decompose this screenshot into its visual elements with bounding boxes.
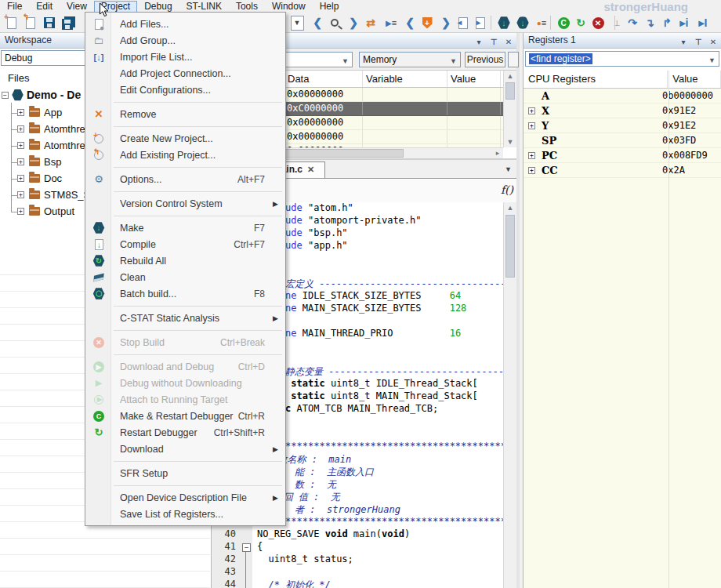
registers-menu-icon[interactable]: ▾: [678, 34, 689, 49]
menu-view[interactable]: View: [60, 1, 94, 13]
register-row-sp[interactable]: SP0x03FD: [524, 133, 721, 148]
menu-item-c-stat-static-analysis[interactable]: C-STAT Static Analysis▶: [85, 310, 285, 326]
menu-tools[interactable]: Tools: [229, 1, 265, 13]
reset-icon[interactable]: ↻: [572, 14, 589, 31]
memory-close-icon[interactable]: ✕: [503, 34, 514, 49]
expand-icon[interactable]: +: [17, 191, 24, 198]
memory-cell: [363, 116, 447, 129]
go-to-definition-icon[interactable]: ▶≡: [382, 14, 400, 31]
expand-icon[interactable]: +: [17, 175, 24, 182]
add-files-icon: ●: [92, 17, 106, 31]
menu-item-create-new-project[interactable]: +Create New Project...: [85, 130, 285, 147]
menu-edit[interactable]: Edit: [29, 1, 60, 13]
register-row-pc[interactable]: +PC0x008FD9: [524, 148, 721, 163]
save-icon[interactable]: [41, 14, 58, 31]
expand-icon[interactable]: +: [528, 107, 535, 114]
menu-item-restart-debugger[interactable]: ↻Restart DebuggerCtrl+Shift+R: [85, 424, 285, 441]
save-all-icon[interactable]: [60, 14, 77, 31]
register-row-x[interactable]: +X0x91E2: [524, 103, 721, 118]
scroll-down-icon[interactable]: ▼: [504, 136, 516, 147]
tab-list-dropdown-icon[interactable]: ▼: [505, 165, 512, 173]
menu-item-save-list-of-registers[interactable]: Save List of Registers...: [85, 506, 285, 522]
menu-item-open-device-description-file[interactable]: Open Device Description File▶: [85, 489, 285, 506]
menu-debug[interactable]: Debug: [137, 1, 179, 13]
register-row-cc[interactable]: +CC0x2A: [524, 163, 721, 178]
menu-item-add-project-connection[interactable]: Add Project Connection...: [85, 65, 285, 82]
menu-item-options[interactable]: ⚙Options...Alt+F7: [85, 171, 285, 187]
stop-debug-icon[interactable]: ✕: [589, 14, 607, 31]
memory-zone-combobox[interactable]: Memory ▼: [359, 52, 461, 67]
menu-item-import-file-list[interactable]: [↓]Import File List...: [85, 49, 285, 65]
expand-icon[interactable]: +: [528, 152, 535, 159]
registers-close-icon[interactable]: ✕: [708, 34, 719, 49]
register-name: X: [535, 105, 662, 117]
expand-icon[interactable]: +: [528, 122, 535, 129]
scroll-up-icon[interactable]: ▲: [504, 71, 516, 82]
menu-item-sfr-setup[interactable]: SFR Setup: [85, 465, 285, 481]
expand-icon[interactable]: +: [17, 109, 24, 116]
menu-st-link[interactable]: ST-LINK: [179, 1, 229, 13]
cstat-shield-icon[interactable]: +: [418, 14, 436, 31]
menu-item-clean[interactable]: Clean: [85, 269, 285, 285]
next-button[interactable]: [508, 52, 519, 67]
expand-icon[interactable]: +: [17, 158, 24, 165]
menu-item-make[interactable]: ↓MakeF7: [85, 220, 285, 236]
function-list-button[interactable]: f(): [501, 183, 513, 196]
expand-icon[interactable]: +: [17, 142, 24, 149]
menu-item-rebuild-all[interactable]: ↻Rebuild All: [85, 252, 285, 269]
menu-item-remove[interactable]: ✕Remove: [85, 106, 285, 122]
editor-vertical-scrollbar[interactable]: ▲: [503, 202, 516, 588]
menu-item-batch-build[interactable]: ⬡Batch build...F8: [85, 285, 285, 302]
registers-pin-icon[interactable]: ⊤: [693, 34, 704, 49]
download-icon[interactable]: ↓: [514, 14, 531, 31]
pin-handle-icon[interactable]: ⊥: [608, 14, 625, 31]
menu-file[interactable]: File: [0, 1, 29, 13]
nav-forward-icon[interactable]: ❯: [345, 14, 362, 31]
make-icon[interactable]: ↓: [495, 14, 513, 31]
next-file-icon[interactable]: ▸: [472, 14, 489, 31]
next-statement-icon[interactable]: ▸i: [676, 14, 693, 31]
scroll-right-icon[interactable]: ▸: [492, 148, 503, 158]
chevron-right-icon[interactable]: ❯: [437, 14, 455, 31]
tab-close-icon[interactable]: ✕: [307, 165, 314, 174]
toggle-arrows-icon[interactable]: ⇄: [362, 14, 379, 31]
menu-item-version-control-system[interactable]: Version Control System▶: [85, 195, 285, 212]
new-document-icon[interactable]: +: [3, 14, 20, 31]
debug-restart-icon[interactable]: C: [555, 14, 572, 31]
menu-item-add-files[interactable]: ●Add Files...: [85, 16, 285, 32]
memory-menu-icon[interactable]: ▾: [473, 34, 484, 49]
run-to-cursor-icon[interactable]: ▸I: [694, 14, 712, 31]
memory-vertical-scrollbar[interactable]: ▲ ▼: [503, 71, 516, 147]
scroll-up-icon[interactable]: ▲: [504, 202, 516, 213]
project-options-icon[interactable]: ●≡: [533, 14, 550, 31]
step-into-icon[interactable]: ↴: [641, 14, 658, 31]
expand-icon[interactable]: +: [17, 125, 24, 132]
previous-button[interactable]: Previous: [465, 52, 505, 67]
menu-help[interactable]: Help: [313, 1, 346, 13]
search-icon[interactable]: [326, 14, 343, 31]
memory-pin-icon[interactable]: ⊤: [488, 34, 499, 49]
menu-item-compile[interactable]: ↓CompileCtrl+F7: [85, 236, 285, 252]
blank-icon: [92, 311, 106, 325]
previous-file-icon[interactable]: ◂: [455, 14, 472, 31]
expand-icon[interactable]: +: [528, 167, 535, 174]
expand-icon[interactable]: +: [17, 208, 24, 215]
nav-back-icon[interactable]: ❮: [309, 14, 326, 31]
menu-item-add-existing-project[interactable]: ↰Add Existing Project...: [85, 147, 285, 163]
menu-item-add-group[interactable]: 🗀Add Group...: [85, 32, 285, 49]
find-register-combobox[interactable]: <find register> ▼: [525, 51, 719, 67]
step-over-icon[interactable]: ↷: [624, 14, 641, 31]
register-row-y[interactable]: +Y0x91E2: [524, 118, 721, 133]
toolbar-separator: [550, 16, 551, 30]
open-file-icon[interactable]: ↰: [22, 14, 39, 31]
step-out-icon[interactable]: ↱: [658, 14, 676, 31]
menu-window[interactable]: Window: [265, 1, 313, 13]
chevron-left-icon[interactable]: ❮: [401, 14, 418, 31]
register-row-a[interactable]: A0b0000000: [524, 89, 721, 103]
menu-item-make-restart-debugger[interactable]: CMake & Restart DebuggerCtrl+R: [85, 408, 285, 424]
menu-item-edit-configurations[interactable]: Edit Configurations...: [85, 82, 285, 98]
menu-item-download[interactable]: Download▶: [85, 441, 285, 457]
toolbar-combo-arrow-icon[interactable]: ▼: [288, 14, 306, 31]
menu-item-label: Remove: [120, 109, 157, 120]
collapse-icon[interactable]: −: [2, 92, 9, 99]
